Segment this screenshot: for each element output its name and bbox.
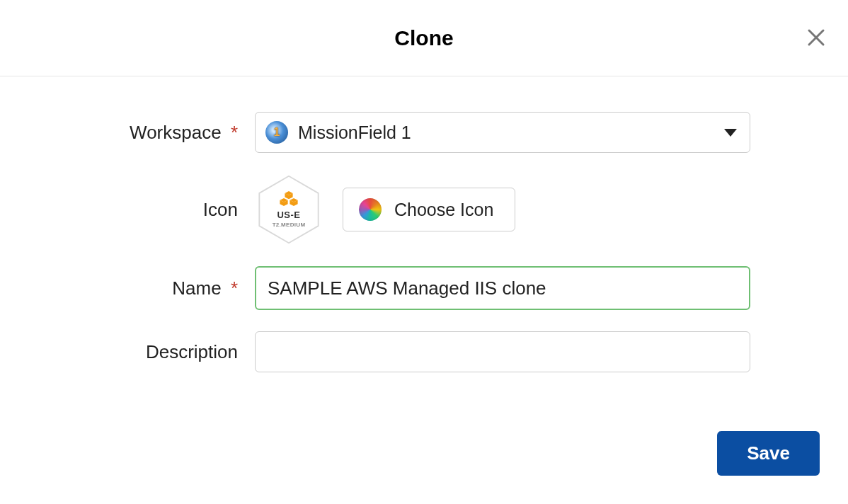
- icon-preview-line1: US-E: [277, 210, 300, 220]
- choose-icon-label: Choose Icon: [394, 200, 493, 220]
- aws-cubes-icon: [279, 191, 299, 208]
- icon-preview: US-E T2.MEDIUM: [255, 174, 323, 245]
- globe-icon: [265, 121, 288, 144]
- row-workspace: Workspace * MissionField 1: [28, 112, 820, 153]
- label-name-text: Name: [172, 277, 221, 299]
- chevron-down-icon: [724, 129, 737, 137]
- color-wheel-icon: [359, 198, 382, 221]
- save-button[interactable]: Save: [717, 431, 820, 476]
- footer: Save: [717, 431, 820, 476]
- choose-icon-button[interactable]: Choose Icon: [343, 188, 515, 231]
- required-marker: *: [227, 122, 238, 143]
- form: Workspace * MissionField 1 Icon: [0, 76, 848, 372]
- label-name: Name *: [28, 277, 255, 299]
- name-input[interactable]: [255, 266, 750, 310]
- row-icon: Icon: [28, 174, 820, 245]
- icon-preview-line2: T2.MEDIUM: [273, 222, 306, 228]
- row-name: Name *: [28, 266, 820, 310]
- label-description: Description: [28, 341, 255, 363]
- label-workspace-text: Workspace: [130, 122, 222, 143]
- close-button[interactable]: [806, 27, 827, 48]
- close-icon: [806, 27, 827, 48]
- workspace-selected: MissionField 1: [298, 122, 714, 143]
- label-icon: Icon: [28, 199, 255, 221]
- label-description-text: Description: [146, 341, 238, 362]
- row-description: Description: [28, 331, 820, 372]
- required-marker: *: [227, 277, 238, 299]
- workspace-dropdown[interactable]: MissionField 1: [255, 112, 750, 153]
- label-icon-text: Icon: [203, 199, 238, 220]
- modal-header: Clone: [0, 0, 848, 76]
- label-workspace: Workspace *: [28, 122, 255, 144]
- description-input[interactable]: [255, 331, 750, 372]
- modal-title: Clone: [394, 26, 453, 50]
